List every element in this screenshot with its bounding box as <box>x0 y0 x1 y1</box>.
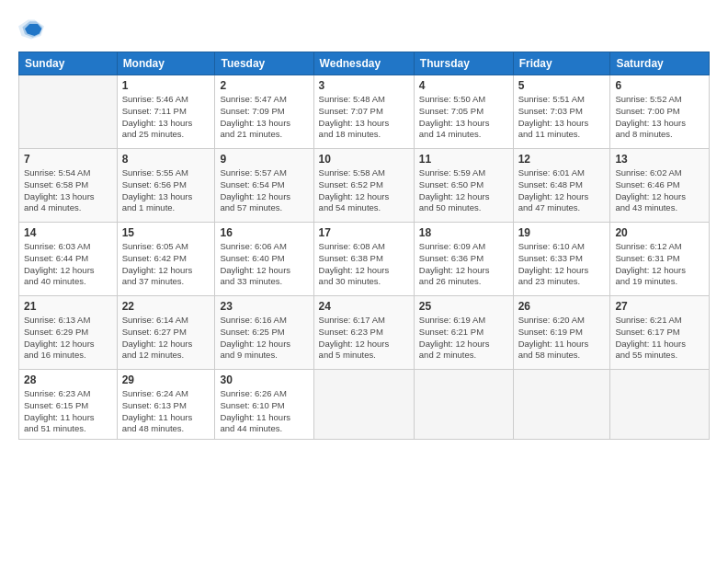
calendar-cell: 19Sunrise: 6:10 AM Sunset: 6:33 PM Dayli… <box>513 223 610 296</box>
weekday-header-monday: Monday <box>117 52 215 75</box>
day-number: 15 <box>122 226 210 239</box>
calendar-cell: 22Sunrise: 6:14 AM Sunset: 6:27 PM Dayli… <box>117 296 215 370</box>
day-number: 28 <box>24 373 112 386</box>
calendar-cell: 26Sunrise: 6:20 AM Sunset: 6:19 PM Dayli… <box>513 296 610 370</box>
day-info: Sunrise: 5:51 AM Sunset: 7:03 PM Dayligh… <box>518 94 606 141</box>
weekday-header-tuesday: Tuesday <box>215 52 313 75</box>
calendar-week-row: 1Sunrise: 5:46 AM Sunset: 7:11 PM Daylig… <box>19 75 710 149</box>
day-number: 19 <box>518 226 606 239</box>
calendar-cell: 29Sunrise: 6:24 AM Sunset: 6:13 PM Dayli… <box>117 370 215 440</box>
calendar-cell: 3Sunrise: 5:48 AM Sunset: 7:07 PM Daylig… <box>313 75 414 149</box>
calendar-week-row: 21Sunrise: 6:13 AM Sunset: 6:29 PM Dayli… <box>19 296 710 370</box>
calendar-cell <box>414 370 513 440</box>
calendar-week-row: 28Sunrise: 6:23 AM Sunset: 6:15 PM Dayli… <box>19 370 710 440</box>
calendar-cell: 4Sunrise: 5:50 AM Sunset: 7:05 PM Daylig… <box>414 75 513 149</box>
weekday-header-wednesday: Wednesday <box>313 52 414 75</box>
day-info: Sunrise: 5:46 AM Sunset: 7:11 PM Dayligh… <box>122 94 210 141</box>
day-info: Sunrise: 5:58 AM Sunset: 6:52 PM Dayligh… <box>319 167 409 214</box>
calendar-cell: 11Sunrise: 5:59 AM Sunset: 6:50 PM Dayli… <box>414 149 513 223</box>
calendar-table: SundayMondayTuesdayWednesdayThursdayFrid… <box>18 52 710 440</box>
calendar-cell: 28Sunrise: 6:23 AM Sunset: 6:15 PM Dayli… <box>19 370 118 440</box>
day-number: 5 <box>518 79 606 92</box>
day-info: Sunrise: 6:09 AM Sunset: 6:36 PM Dayligh… <box>419 241 508 288</box>
day-number: 25 <box>419 300 508 313</box>
day-number: 1 <box>122 79 210 92</box>
calendar-cell <box>610 370 710 440</box>
header <box>18 17 710 42</box>
page: SundayMondayTuesdayWednesdayThursdayFrid… <box>0 0 728 563</box>
calendar-week-row: 14Sunrise: 6:03 AM Sunset: 6:44 PM Dayli… <box>19 223 710 296</box>
day-info: Sunrise: 6:17 AM Sunset: 6:23 PM Dayligh… <box>319 315 409 362</box>
day-number: 17 <box>319 226 409 239</box>
day-info: Sunrise: 5:55 AM Sunset: 6:56 PM Dayligh… <box>122 167 210 214</box>
calendar-cell: 30Sunrise: 6:26 AM Sunset: 6:10 PM Dayli… <box>215 370 313 440</box>
day-info: Sunrise: 6:14 AM Sunset: 6:27 PM Dayligh… <box>122 315 210 362</box>
day-number: 2 <box>220 79 308 92</box>
day-number: 18 <box>419 226 508 239</box>
day-number: 10 <box>319 153 409 166</box>
calendar-cell: 6Sunrise: 5:52 AM Sunset: 7:00 PM Daylig… <box>610 75 710 149</box>
calendar-cell: 2Sunrise: 5:47 AM Sunset: 7:09 PM Daylig… <box>215 75 313 149</box>
day-number: 12 <box>518 153 606 166</box>
day-number: 23 <box>220 300 308 313</box>
calendar-week-row: 7Sunrise: 5:54 AM Sunset: 6:58 PM Daylig… <box>19 149 710 223</box>
logo-icon <box>18 17 44 42</box>
weekday-header-thursday: Thursday <box>414 52 513 75</box>
day-number: 11 <box>419 153 508 166</box>
calendar-cell: 20Sunrise: 6:12 AM Sunset: 6:31 PM Dayli… <box>610 223 710 296</box>
day-number: 8 <box>122 153 210 166</box>
day-info: Sunrise: 6:21 AM Sunset: 6:17 PM Dayligh… <box>615 315 704 362</box>
day-info: Sunrise: 6:01 AM Sunset: 6:48 PM Dayligh… <box>518 167 606 214</box>
calendar-cell: 23Sunrise: 6:16 AM Sunset: 6:25 PM Dayli… <box>215 296 313 370</box>
day-number: 20 <box>615 226 704 239</box>
calendar-cell <box>313 370 414 440</box>
calendar-cell: 10Sunrise: 5:58 AM Sunset: 6:52 PM Dayli… <box>313 149 414 223</box>
calendar-cell <box>19 75 118 149</box>
day-number: 21 <box>24 300 112 313</box>
day-number: 4 <box>419 79 508 92</box>
day-number: 30 <box>220 373 308 386</box>
day-number: 22 <box>122 300 210 313</box>
calendar-cell <box>513 370 610 440</box>
day-info: Sunrise: 6:10 AM Sunset: 6:33 PM Dayligh… <box>518 241 606 288</box>
calendar-cell: 13Sunrise: 6:02 AM Sunset: 6:46 PM Dayli… <box>610 149 710 223</box>
calendar-cell: 25Sunrise: 6:19 AM Sunset: 6:21 PM Dayli… <box>414 296 513 370</box>
calendar-cell: 5Sunrise: 5:51 AM Sunset: 7:03 PM Daylig… <box>513 75 610 149</box>
calendar-cell: 27Sunrise: 6:21 AM Sunset: 6:17 PM Dayli… <box>610 296 710 370</box>
day-info: Sunrise: 6:12 AM Sunset: 6:31 PM Dayligh… <box>615 241 704 288</box>
day-number: 9 <box>220 153 308 166</box>
day-info: Sunrise: 5:47 AM Sunset: 7:09 PM Dayligh… <box>220 94 308 141</box>
day-info: Sunrise: 6:02 AM Sunset: 6:46 PM Dayligh… <box>615 167 704 214</box>
day-info: Sunrise: 6:03 AM Sunset: 6:44 PM Dayligh… <box>24 241 112 288</box>
day-number: 16 <box>220 226 308 239</box>
day-info: Sunrise: 6:06 AM Sunset: 6:40 PM Dayligh… <box>220 241 308 288</box>
calendar-cell: 1Sunrise: 5:46 AM Sunset: 7:11 PM Daylig… <box>117 75 215 149</box>
calendar-cell: 18Sunrise: 6:09 AM Sunset: 6:36 PM Dayli… <box>414 223 513 296</box>
day-info: Sunrise: 5:59 AM Sunset: 6:50 PM Dayligh… <box>419 167 508 214</box>
day-info: Sunrise: 5:50 AM Sunset: 7:05 PM Dayligh… <box>419 94 508 141</box>
calendar-cell: 14Sunrise: 6:03 AM Sunset: 6:44 PM Dayli… <box>19 223 118 296</box>
day-number: 6 <box>615 79 704 92</box>
weekday-header-saturday: Saturday <box>610 52 710 75</box>
calendar-cell: 21Sunrise: 6:13 AM Sunset: 6:29 PM Dayli… <box>19 296 118 370</box>
day-info: Sunrise: 6:26 AM Sunset: 6:10 PM Dayligh… <box>220 388 308 435</box>
day-number: 27 <box>615 300 704 313</box>
day-info: Sunrise: 6:24 AM Sunset: 6:13 PM Dayligh… <box>122 388 210 435</box>
day-number: 3 <box>319 79 409 92</box>
day-number: 24 <box>319 300 409 313</box>
day-info: Sunrise: 5:54 AM Sunset: 6:58 PM Dayligh… <box>24 167 112 214</box>
calendar-cell: 12Sunrise: 6:01 AM Sunset: 6:48 PM Dayli… <box>513 149 610 223</box>
day-info: Sunrise: 6:19 AM Sunset: 6:21 PM Dayligh… <box>419 315 508 362</box>
weekday-header-friday: Friday <box>513 52 610 75</box>
day-info: Sunrise: 6:20 AM Sunset: 6:19 PM Dayligh… <box>518 315 606 362</box>
day-info: Sunrise: 5:52 AM Sunset: 7:00 PM Dayligh… <box>615 94 704 141</box>
day-info: Sunrise: 5:48 AM Sunset: 7:07 PM Dayligh… <box>319 94 409 141</box>
day-number: 29 <box>122 373 210 386</box>
day-number: 7 <box>24 153 112 166</box>
day-number: 26 <box>518 300 606 313</box>
day-info: Sunrise: 6:13 AM Sunset: 6:29 PM Dayligh… <box>24 315 112 362</box>
day-info: Sunrise: 6:05 AM Sunset: 6:42 PM Dayligh… <box>122 241 210 288</box>
weekday-header-sunday: Sunday <box>19 52 118 75</box>
calendar-cell: 7Sunrise: 5:54 AM Sunset: 6:58 PM Daylig… <box>19 149 118 223</box>
calendar-cell: 16Sunrise: 6:06 AM Sunset: 6:40 PM Dayli… <box>215 223 313 296</box>
